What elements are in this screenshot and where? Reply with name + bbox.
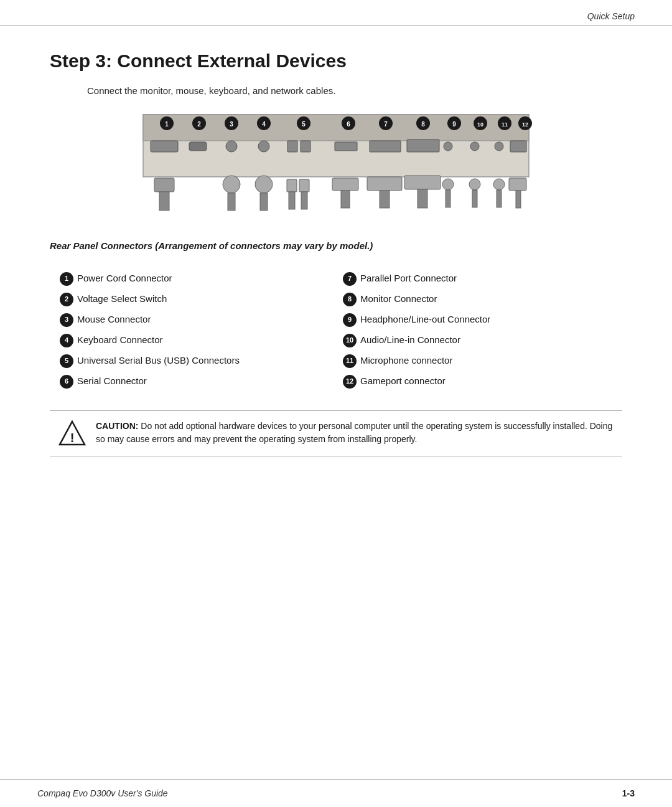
- connector-text-1: Power Cord Connector: [77, 271, 335, 285]
- svg-rect-46: [289, 192, 295, 209]
- svg-rect-40: [159, 192, 169, 210]
- connector-item-2: 2 Voltage Select Switch: [56, 289, 339, 309]
- svg-rect-51: [367, 177, 402, 191]
- svg-text:8: 8: [421, 121, 425, 128]
- connector-list: 1 Power Cord Connector 7 Parallel Port C…: [56, 268, 622, 392]
- svg-rect-56: [446, 190, 450, 207]
- connector-num-7: 7: [343, 272, 357, 286]
- svg-rect-32: [335, 142, 357, 151]
- svg-rect-49: [332, 178, 358, 191]
- page-footer: Compaq Evo D300v User's Guide 1-3: [0, 779, 672, 807]
- connector-num-1: 1: [60, 272, 73, 286]
- caution-text: CAUTION: Do not add optional hardware de…: [96, 420, 614, 446]
- svg-rect-53: [404, 176, 441, 189]
- connector-item-1: 1 Power Cord Connector: [56, 268, 339, 289]
- svg-text:7: 7: [384, 121, 388, 128]
- svg-point-41: [223, 176, 240, 193]
- svg-text:10: 10: [477, 121, 483, 128]
- connector-item-5: 5 Universal Serial Bus (USB) Connectors: [56, 351, 339, 371]
- svg-point-35: [444, 142, 452, 151]
- svg-rect-33: [370, 141, 401, 152]
- svg-point-28: [226, 141, 237, 152]
- svg-text:11: 11: [502, 121, 508, 128]
- svg-rect-30: [287, 141, 297, 152]
- svg-rect-39: [154, 178, 174, 192]
- connector-num-4: 4: [60, 334, 73, 347]
- connector-item-7: 7 Parallel Port Connector: [339, 268, 622, 289]
- svg-rect-60: [497, 190, 502, 207]
- svg-rect-47: [299, 179, 309, 192]
- svg-text:4: 4: [262, 121, 266, 128]
- diagram-caption: Rear Panel Connectors (Arrangement of co…: [50, 239, 622, 253]
- connector-text-5: Universal Serial Bus (USB) Connectors: [77, 354, 335, 367]
- connector-num-11: 11: [343, 354, 357, 368]
- connector-text-8: Monitor Connector: [360, 292, 618, 305]
- connector-num-6: 6: [60, 375, 73, 389]
- connector-diagram: 1 2 3 4 5 6 7 8: [137, 110, 535, 222]
- connector-item-6: 6 Serial Connector: [56, 371, 339, 392]
- caution-icon: !: [58, 420, 86, 447]
- caution-label: CAUTION:: [96, 421, 138, 431]
- main-content: Step 3: Connect External Devices Connect…: [0, 26, 672, 779]
- page-title: Step 3: Connect External Devices: [50, 50, 622, 72]
- svg-rect-26: [151, 141, 178, 152]
- connector-text-11: Microphone connector: [360, 354, 618, 367]
- connector-num-9: 9: [343, 313, 357, 327]
- connector-num-8: 8: [343, 293, 357, 306]
- connector-text-6: Serial Connector: [77, 374, 335, 387]
- svg-text:!: !: [70, 431, 75, 445]
- svg-rect-38: [510, 141, 526, 152]
- svg-rect-44: [260, 193, 268, 210]
- connector-item-8: 8 Monitor Connector: [339, 289, 622, 309]
- footer-left: Compaq Evo D300v User's Guide: [37, 788, 168, 798]
- svg-point-29: [258, 141, 269, 152]
- svg-rect-45: [287, 179, 297, 192]
- svg-rect-52: [380, 191, 390, 208]
- connector-item-9: 9 Headphone/Line-out Connector: [339, 309, 622, 330]
- diagram-container: 1 2 3 4 5 6 7 8: [50, 110, 622, 222]
- svg-rect-58: [472, 190, 477, 207]
- svg-point-55: [442, 179, 454, 190]
- svg-text:5: 5: [302, 121, 306, 128]
- connector-text-3: Mouse Connector: [77, 313, 335, 326]
- intro-text: Connect the monitor, mouse, keyboard, an…: [87, 85, 622, 96]
- connector-num-3: 3: [60, 313, 73, 327]
- svg-rect-54: [418, 189, 427, 208]
- svg-rect-48: [301, 192, 307, 209]
- svg-rect-31: [301, 141, 310, 152]
- svg-point-43: [255, 176, 273, 193]
- connector-item-4: 4 Keyboard Connector: [56, 330, 339, 351]
- svg-text:12: 12: [522, 121, 528, 128]
- caution-box: ! CAUTION: Do not add optional hardware …: [50, 410, 622, 456]
- connector-item-12: 12 Gameport connector: [339, 371, 622, 392]
- svg-point-36: [470, 142, 479, 151]
- connector-item-10: 10 Audio/Line-in Connector: [339, 330, 622, 351]
- connector-item-3: 3 Mouse Connector: [56, 309, 339, 330]
- connector-num-12: 12: [343, 375, 357, 389]
- footer-right: 1-3: [622, 788, 635, 798]
- connector-text-4: Keyboard Connector: [77, 333, 335, 346]
- svg-rect-61: [509, 178, 526, 191]
- svg-rect-27: [189, 142, 207, 151]
- caution-body: Do not add optional hardware devices to …: [96, 421, 612, 445]
- svg-text:2: 2: [197, 121, 201, 128]
- connector-num-10: 10: [343, 334, 357, 347]
- connector-num-2: 2: [60, 293, 73, 306]
- svg-text:1: 1: [165, 121, 169, 128]
- header-title: Quick Setup: [587, 11, 635, 21]
- svg-rect-34: [407, 139, 439, 152]
- connector-item-11: 11 Microphone connector: [339, 351, 622, 371]
- svg-text:9: 9: [452, 121, 456, 128]
- page-container: Quick Setup Step 3: Connect External Dev…: [0, 0, 672, 807]
- svg-rect-50: [341, 191, 350, 208]
- svg-point-37: [495, 142, 503, 151]
- svg-rect-42: [228, 193, 235, 210]
- connector-text-2: Voltage Select Switch: [77, 292, 335, 305]
- svg-text:3: 3: [230, 121, 233, 128]
- svg-rect-62: [516, 191, 521, 208]
- connector-text-12: Gameport connector: [360, 374, 618, 387]
- top-header: Quick Setup: [0, 0, 672, 26]
- connector-text-9: Headphone/Line-out Connector: [360, 313, 618, 326]
- svg-text:6: 6: [347, 121, 350, 128]
- connector-num-5: 5: [60, 354, 73, 368]
